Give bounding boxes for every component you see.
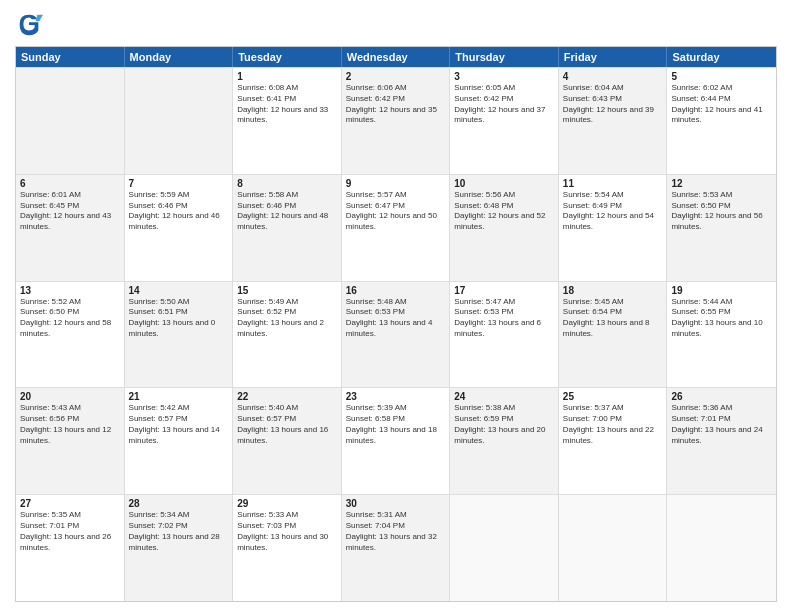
day-cell-27: 27Sunrise: 5:35 AM Sunset: 7:01 PM Dayli…	[16, 495, 125, 601]
day-cell-25: 25Sunrise: 5:37 AM Sunset: 7:00 PM Dayli…	[559, 388, 668, 494]
day-number: 22	[237, 391, 337, 402]
header-day-thursday: Thursday	[450, 47, 559, 67]
cell-info: Sunrise: 6:06 AM Sunset: 6:42 PM Dayligh…	[346, 83, 446, 126]
calendar: SundayMondayTuesdayWednesdayThursdayFrid…	[15, 46, 777, 602]
cell-info: Sunrise: 5:58 AM Sunset: 6:46 PM Dayligh…	[237, 190, 337, 233]
cell-info: Sunrise: 5:52 AM Sunset: 6:50 PM Dayligh…	[20, 297, 120, 340]
cell-info: Sunrise: 5:43 AM Sunset: 6:56 PM Dayligh…	[20, 403, 120, 446]
calendar-row-3: 13Sunrise: 5:52 AM Sunset: 6:50 PM Dayli…	[16, 281, 776, 388]
day-cell-28: 28Sunrise: 5:34 AM Sunset: 7:02 PM Dayli…	[125, 495, 234, 601]
cell-info: Sunrise: 5:54 AM Sunset: 6:49 PM Dayligh…	[563, 190, 663, 233]
calendar-row-2: 6Sunrise: 6:01 AM Sunset: 6:45 PM Daylig…	[16, 174, 776, 281]
day-cell-16: 16Sunrise: 5:48 AM Sunset: 6:53 PM Dayli…	[342, 282, 451, 388]
day-number: 18	[563, 285, 663, 296]
cell-info: Sunrise: 5:36 AM Sunset: 7:01 PM Dayligh…	[671, 403, 772, 446]
header-day-wednesday: Wednesday	[342, 47, 451, 67]
day-cell-14: 14Sunrise: 5:50 AM Sunset: 6:51 PM Dayli…	[125, 282, 234, 388]
empty-cell	[450, 495, 559, 601]
day-cell-26: 26Sunrise: 5:36 AM Sunset: 7:01 PM Dayli…	[667, 388, 776, 494]
day-number: 11	[563, 178, 663, 189]
calendar-row-5: 27Sunrise: 5:35 AM Sunset: 7:01 PM Dayli…	[16, 494, 776, 601]
day-number: 20	[20, 391, 120, 402]
cell-info: Sunrise: 5:57 AM Sunset: 6:47 PM Dayligh…	[346, 190, 446, 233]
header-day-tuesday: Tuesday	[233, 47, 342, 67]
day-cell-2: 2Sunrise: 6:06 AM Sunset: 6:42 PM Daylig…	[342, 68, 451, 174]
day-number: 5	[671, 71, 772, 82]
day-number: 19	[671, 285, 772, 296]
day-cell-17: 17Sunrise: 5:47 AM Sunset: 6:53 PM Dayli…	[450, 282, 559, 388]
day-cell-22: 22Sunrise: 5:40 AM Sunset: 6:57 PM Dayli…	[233, 388, 342, 494]
day-cell-9: 9Sunrise: 5:57 AM Sunset: 6:47 PM Daylig…	[342, 175, 451, 281]
cell-info: Sunrise: 5:40 AM Sunset: 6:57 PM Dayligh…	[237, 403, 337, 446]
empty-cell	[125, 68, 234, 174]
day-number: 30	[346, 498, 446, 509]
cell-info: Sunrise: 6:05 AM Sunset: 6:42 PM Dayligh…	[454, 83, 554, 126]
header-day-saturday: Saturday	[667, 47, 776, 67]
day-cell-24: 24Sunrise: 5:38 AM Sunset: 6:59 PM Dayli…	[450, 388, 559, 494]
day-cell-5: 5Sunrise: 6:02 AM Sunset: 6:44 PM Daylig…	[667, 68, 776, 174]
day-cell-10: 10Sunrise: 5:56 AM Sunset: 6:48 PM Dayli…	[450, 175, 559, 281]
day-number: 3	[454, 71, 554, 82]
header-day-sunday: Sunday	[16, 47, 125, 67]
day-cell-3: 3Sunrise: 6:05 AM Sunset: 6:42 PM Daylig…	[450, 68, 559, 174]
cell-info: Sunrise: 5:37 AM Sunset: 7:00 PM Dayligh…	[563, 403, 663, 446]
empty-cell	[16, 68, 125, 174]
cell-info: Sunrise: 5:47 AM Sunset: 6:53 PM Dayligh…	[454, 297, 554, 340]
cell-info: Sunrise: 6:02 AM Sunset: 6:44 PM Dayligh…	[671, 83, 772, 126]
cell-info: Sunrise: 5:49 AM Sunset: 6:52 PM Dayligh…	[237, 297, 337, 340]
day-cell-29: 29Sunrise: 5:33 AM Sunset: 7:03 PM Dayli…	[233, 495, 342, 601]
day-number: 10	[454, 178, 554, 189]
header-day-friday: Friday	[559, 47, 668, 67]
day-cell-6: 6Sunrise: 6:01 AM Sunset: 6:45 PM Daylig…	[16, 175, 125, 281]
day-number: 26	[671, 391, 772, 402]
cell-info: Sunrise: 5:42 AM Sunset: 6:57 PM Dayligh…	[129, 403, 229, 446]
day-cell-30: 30Sunrise: 5:31 AM Sunset: 7:04 PM Dayli…	[342, 495, 451, 601]
page: SundayMondayTuesdayWednesdayThursdayFrid…	[0, 0, 792, 612]
day-cell-13: 13Sunrise: 5:52 AM Sunset: 6:50 PM Dayli…	[16, 282, 125, 388]
calendar-row-4: 20Sunrise: 5:43 AM Sunset: 6:56 PM Dayli…	[16, 387, 776, 494]
day-number: 12	[671, 178, 772, 189]
cell-info: Sunrise: 5:48 AM Sunset: 6:53 PM Dayligh…	[346, 297, 446, 340]
day-cell-23: 23Sunrise: 5:39 AM Sunset: 6:58 PM Dayli…	[342, 388, 451, 494]
header-day-monday: Monday	[125, 47, 234, 67]
day-number: 28	[129, 498, 229, 509]
day-number: 23	[346, 391, 446, 402]
day-number: 27	[20, 498, 120, 509]
day-cell-8: 8Sunrise: 5:58 AM Sunset: 6:46 PM Daylig…	[233, 175, 342, 281]
day-number: 25	[563, 391, 663, 402]
cell-info: Sunrise: 5:45 AM Sunset: 6:54 PM Dayligh…	[563, 297, 663, 340]
day-cell-1: 1Sunrise: 6:08 AM Sunset: 6:41 PM Daylig…	[233, 68, 342, 174]
day-cell-19: 19Sunrise: 5:44 AM Sunset: 6:55 PM Dayli…	[667, 282, 776, 388]
logo	[15, 10, 47, 38]
day-number: 15	[237, 285, 337, 296]
cell-info: Sunrise: 6:01 AM Sunset: 6:45 PM Dayligh…	[20, 190, 120, 233]
day-cell-7: 7Sunrise: 5:59 AM Sunset: 6:46 PM Daylig…	[125, 175, 234, 281]
day-number: 8	[237, 178, 337, 189]
day-number: 9	[346, 178, 446, 189]
cell-info: Sunrise: 5:59 AM Sunset: 6:46 PM Dayligh…	[129, 190, 229, 233]
calendar-row-1: 1Sunrise: 6:08 AM Sunset: 6:41 PM Daylig…	[16, 67, 776, 174]
calendar-header: SundayMondayTuesdayWednesdayThursdayFrid…	[16, 47, 776, 67]
day-cell-4: 4Sunrise: 6:04 AM Sunset: 6:43 PM Daylig…	[559, 68, 668, 174]
cell-info: Sunrise: 5:50 AM Sunset: 6:51 PM Dayligh…	[129, 297, 229, 340]
cell-info: Sunrise: 6:08 AM Sunset: 6:41 PM Dayligh…	[237, 83, 337, 126]
day-number: 2	[346, 71, 446, 82]
calendar-body: 1Sunrise: 6:08 AM Sunset: 6:41 PM Daylig…	[16, 67, 776, 601]
cell-info: Sunrise: 5:56 AM Sunset: 6:48 PM Dayligh…	[454, 190, 554, 233]
day-number: 13	[20, 285, 120, 296]
cell-info: Sunrise: 6:04 AM Sunset: 6:43 PM Dayligh…	[563, 83, 663, 126]
logo-icon	[15, 10, 43, 38]
day-number: 21	[129, 391, 229, 402]
day-cell-20: 20Sunrise: 5:43 AM Sunset: 6:56 PM Dayli…	[16, 388, 125, 494]
day-number: 6	[20, 178, 120, 189]
cell-info: Sunrise: 5:34 AM Sunset: 7:02 PM Dayligh…	[129, 510, 229, 553]
day-cell-12: 12Sunrise: 5:53 AM Sunset: 6:50 PM Dayli…	[667, 175, 776, 281]
empty-cell	[559, 495, 668, 601]
cell-info: Sunrise: 5:33 AM Sunset: 7:03 PM Dayligh…	[237, 510, 337, 553]
day-number: 1	[237, 71, 337, 82]
day-number: 29	[237, 498, 337, 509]
empty-cell	[667, 495, 776, 601]
day-number: 7	[129, 178, 229, 189]
cell-info: Sunrise: 5:35 AM Sunset: 7:01 PM Dayligh…	[20, 510, 120, 553]
day-cell-18: 18Sunrise: 5:45 AM Sunset: 6:54 PM Dayli…	[559, 282, 668, 388]
